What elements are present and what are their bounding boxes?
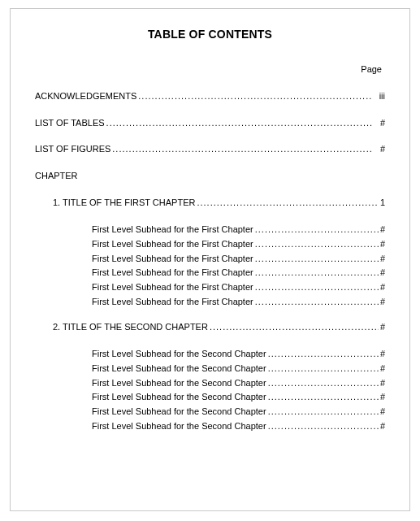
chapter-page-number: 1 — [379, 197, 385, 209]
subhead-entry: First Level Subhead for the Second Chapt… — [92, 406, 385, 418]
toc-leader-dots: ........................................… — [253, 238, 380, 250]
chapter-title-label: 1. TITLE OF THE FIRST CHAPTER — [53, 197, 195, 209]
chapter-title-row: 2. TITLE OF THE SECOND CHAPTER..........… — [35, 321, 385, 333]
subhead-page-number: # — [380, 281, 385, 293]
toc-entry: ACKNOWLEDGEMENTS........................… — [35, 90, 385, 102]
subhead-label: First Level Subhead for the Second Chapt… — [92, 420, 266, 432]
subhead-entry: First Level Subhead for the First Chapte… — [92, 267, 385, 279]
toc-leader-dots: ........................................… — [266, 420, 380, 432]
subhead-page-number: # — [380, 363, 385, 375]
toc-leader-dots: ........................................… — [266, 363, 380, 375]
subhead-list: First Level Subhead for the First Chapte… — [35, 224, 385, 308]
subhead-page-number: # — [380, 224, 385, 236]
chapter-section-heading: CHAPTER — [35, 170, 385, 182]
toc-leader-dots: ........................................… — [136, 90, 372, 102]
subhead-entry: First Level Subhead for the Second Chapt… — [92, 391, 385, 403]
toc-title: TABLE OF CONTENTS — [35, 27, 385, 42]
subhead-entry: First Level Subhead for the First Chapte… — [92, 296, 385, 308]
subhead-label: First Level Subhead for the First Chapte… — [92, 253, 253, 265]
subhead-page-number: # — [380, 391, 385, 403]
document-page: TABLE OF CONTENTS Page ACKNOWLEDGEMENTS.… — [10, 8, 410, 511]
document-sheet: TABLE OF CONTENTS Page ACKNOWLEDGEMENTS.… — [0, 0, 420, 521]
subhead-list: First Level Subhead for the Second Chapt… — [35, 348, 385, 432]
subhead-entry: First Level Subhead for the First Chapte… — [92, 253, 385, 265]
toc-leader-dots: ........................................… — [253, 296, 380, 308]
subhead-page-number: # — [380, 406, 385, 418]
subhead-page-number: # — [380, 253, 385, 265]
toc-entry: LIST OF TABLES..........................… — [35, 117, 385, 129]
subhead-label: First Level Subhead for the First Chapte… — [92, 281, 253, 293]
chapter-block: 1. TITLE OF THE FIRST CHAPTER...........… — [35, 197, 385, 308]
subhead-label: First Level Subhead for the First Chapte… — [92, 296, 253, 308]
subhead-entry: First Level Subhead for the Second Chapt… — [92, 377, 385, 389]
toc-leader-dots: ........................................… — [253, 281, 380, 293]
chapter-title-row: 1. TITLE OF THE FIRST CHAPTER...........… — [35, 197, 385, 209]
toc-entry-label: LIST OF FIGURES — [35, 143, 110, 155]
toc-leader-dots: ........................................… — [253, 224, 380, 236]
toc-leader-dots: ........................................… — [266, 406, 380, 418]
subhead-page-number: # — [380, 377, 385, 389]
subhead-page-number: # — [380, 348, 385, 360]
chapter-title-label: 2. TITLE OF THE SECOND CHAPTER — [53, 321, 208, 333]
subhead-label: First Level Subhead for the Second Chapt… — [92, 363, 266, 375]
toc-leader-dots: ........................................… — [105, 117, 372, 129]
subhead-label: First Level Subhead for the First Chapte… — [92, 238, 253, 250]
toc-entry-label: ACKNOWLEDGEMENTS — [35, 90, 136, 102]
toc-leader-dots: ........................................… — [253, 253, 380, 265]
subhead-label: First Level Subhead for the Second Chapt… — [92, 391, 266, 403]
subhead-page-number: # — [380, 420, 385, 432]
page-column-label: Page — [35, 63, 385, 76]
subhead-page-number: # — [380, 267, 385, 279]
subhead-entry: First Level Subhead for the First Chapte… — [92, 238, 385, 250]
toc-leader-dots: ........................................… — [266, 348, 380, 360]
toc-leader-dots: ........................................… — [110, 143, 372, 155]
subhead-entry: First Level Subhead for the First Chapte… — [92, 224, 385, 236]
chapter-page-number: # — [379, 321, 385, 333]
chapter-list: 1. TITLE OF THE FIRST CHAPTER...........… — [35, 197, 385, 432]
front-matter-list: ACKNOWLEDGEMENTS........................… — [35, 90, 385, 156]
toc-entry-page: iii — [372, 90, 385, 102]
toc-entry-page: # — [372, 117, 385, 129]
subhead-label: First Level Subhead for the Second Chapt… — [92, 348, 266, 360]
subhead-entry: First Level Subhead for the Second Chapt… — [92, 420, 385, 432]
subhead-entry: First Level Subhead for the Second Chapt… — [92, 363, 385, 375]
subhead-entry: First Level Subhead for the First Chapte… — [92, 281, 385, 293]
toc-leader-dots: ........................................… — [253, 267, 380, 279]
subhead-label: First Level Subhead for the First Chapte… — [92, 224, 253, 236]
toc-leader-dots: ........................................… — [195, 197, 378, 209]
toc-leader-dots: ........................................… — [266, 377, 380, 389]
toc-entry-label: LIST OF TABLES — [35, 117, 105, 129]
subhead-label: First Level Subhead for the First Chapte… — [92, 267, 253, 279]
chapter-block: 2. TITLE OF THE SECOND CHAPTER..........… — [35, 321, 385, 432]
toc-entry: LIST OF FIGURES.........................… — [35, 143, 385, 155]
toc-leader-dots: ........................................… — [208, 321, 379, 333]
subhead-page-number: # — [380, 238, 385, 250]
toc-entry-page: # — [372, 143, 385, 155]
toc-leader-dots: ........................................… — [266, 391, 380, 403]
subhead-label: First Level Subhead for the Second Chapt… — [92, 406, 266, 418]
subhead-page-number: # — [380, 296, 385, 308]
subhead-entry: First Level Subhead for the Second Chapt… — [92, 348, 385, 360]
subhead-label: First Level Subhead for the Second Chapt… — [92, 377, 266, 389]
